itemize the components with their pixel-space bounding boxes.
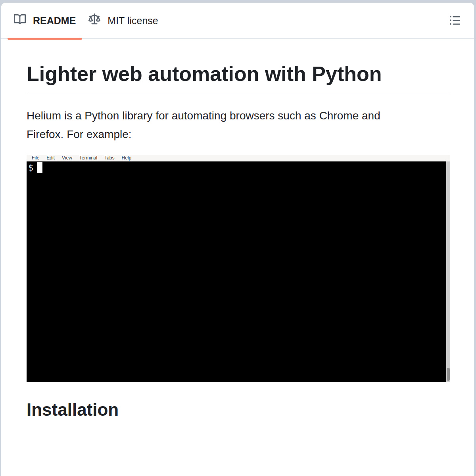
terminal-menu-file: File	[28, 155, 43, 161]
tab-readme-label: README	[33, 15, 76, 27]
readme-card: README MIT license Lighter web automatio…	[1, 2, 474, 476]
list-unordered-icon	[449, 14, 461, 27]
page-title: Lighter web automation with Python	[27, 60, 449, 95]
terminal-scrollbar	[446, 161, 450, 382]
tab-readme[interactable]: README	[8, 3, 82, 38]
readme-article: Lighter web automation with Python Heliu…	[1, 39, 474, 420]
tabbar-spacer	[165, 3, 446, 38]
terminal-cursor	[37, 162, 42, 173]
terminal-scrollbar-thumb	[447, 368, 450, 381]
intro-paragraph: Helium is a Python library for automatin…	[27, 106, 449, 144]
terminal-menu-edit: Edit	[43, 155, 58, 161]
terminal-prompt-line: $	[28, 162, 42, 173]
tab-mit-license[interactable]: MIT license	[82, 3, 164, 38]
terminal-screen: $	[27, 161, 450, 382]
section-heading-installation: Installation	[27, 399, 449, 420]
outline-button[interactable]	[446, 12, 464, 29]
file-tabbar: README MIT license	[1, 3, 474, 39]
terminal-menu-terminal: Terminal	[76, 155, 101, 161]
terminal-menubar: File Edit View Terminal Tabs Help	[27, 155, 450, 161]
terminal-menu-tabs: Tabs	[101, 155, 118, 161]
terminal-demo-image[interactable]: File Edit View Terminal Tabs Help $	[27, 155, 450, 382]
terminal-menu-help: Help	[118, 155, 135, 161]
tab-mit-license-label: MIT license	[107, 15, 158, 27]
book-icon	[14, 13, 26, 28]
terminal-prompt: $	[28, 163, 33, 173]
terminal-menu-view: View	[58, 155, 76, 161]
law-icon	[88, 13, 100, 28]
